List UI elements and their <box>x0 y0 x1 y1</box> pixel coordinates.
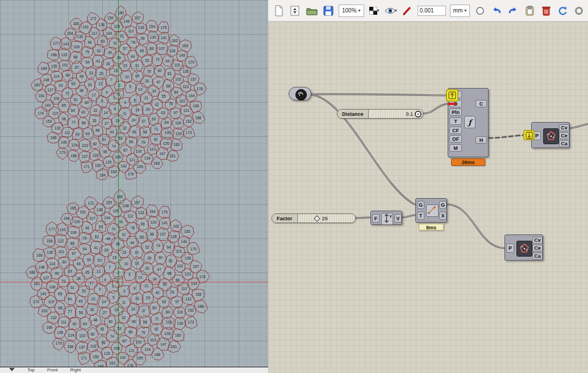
svg-text:14: 14 <box>103 111 108 115</box>
zoom-value: 100% <box>342 7 357 14</box>
tab-right[interactable]: Right <box>70 367 81 372</box>
svg-text:111: 111 <box>65 131 70 135</box>
svg-text:71: 71 <box>155 317 159 321</box>
open-folder-icon[interactable] <box>306 4 318 18</box>
output-c[interactable]: C <box>476 100 487 107</box>
geometry-pipeline-component[interactable] <box>289 87 311 100</box>
display-eye-icon[interactable]: ▾ <box>385 4 397 18</box>
input-g[interactable]: G <box>417 201 424 209</box>
delete-icon[interactable] <box>540 4 552 18</box>
pattern-swatch-icon[interactable]: ▾ <box>368 4 381 18</box>
input-t[interactable]: T <box>449 118 462 125</box>
rhino-viewport[interactable]: 0123456789101112131415161718192021222324… <box>0 0 269 373</box>
zoom-select[interactable]: 100% ▾ <box>339 5 364 17</box>
svg-text:67: 67 <box>75 65 80 69</box>
new-file-icon[interactable] <box>273 4 285 18</box>
svg-text:13: 13 <box>138 275 143 279</box>
output-ce[interactable]: Ce <box>532 245 543 252</box>
factor-slider[interactable]: Factor 29 <box>272 213 356 223</box>
output-v[interactable]: V <box>394 214 402 223</box>
svg-text:113: 113 <box>149 147 156 151</box>
viewport-tabs[interactable]: Top Front Right <box>0 367 286 373</box>
svg-text:28: 28 <box>106 62 110 66</box>
svg-text:2: 2 <box>118 83 120 87</box>
input-f[interactable]: F <box>372 214 380 223</box>
svg-text:44: 44 <box>130 241 135 245</box>
svg-text:132: 132 <box>55 126 61 130</box>
tab-front[interactable]: Front <box>47 367 58 372</box>
svg-text:9: 9 <box>101 99 103 103</box>
ring-icon[interactable] <box>573 4 585 18</box>
tab-top[interactable]: Top <box>27 367 35 372</box>
input-of[interactable]: OF <box>449 135 462 143</box>
svg-text:1: 1 <box>112 284 114 288</box>
input-pln[interactable]: Pln <box>449 108 462 116</box>
input-t[interactable]: T <box>417 212 424 220</box>
svg-text:5: 5 <box>129 85 131 89</box>
tab-marker-icon <box>9 368 15 371</box>
output-ce[interactable]: Ce <box>559 132 569 139</box>
svg-text:110: 110 <box>181 287 187 291</box>
redo-icon[interactable] <box>507 4 519 18</box>
svg-text:138: 138 <box>97 208 103 212</box>
svg-text:30: 30 <box>85 100 89 104</box>
output-ca[interactable]: Ca <box>532 253 543 259</box>
output-cv[interactable]: Cv <box>532 237 543 244</box>
input-p[interactable]: P <box>506 244 514 253</box>
svg-text:126: 126 <box>163 141 169 145</box>
svg-text:147: 147 <box>160 342 166 346</box>
svg-text:0: 0 <box>118 92 120 96</box>
highlight-download-icon[interactable] <box>523 130 535 140</box>
svg-text:22: 22 <box>91 297 95 301</box>
svg-text:8: 8 <box>134 98 136 102</box>
file-updown-icon[interactable] <box>289 4 302 18</box>
highlight-upload-icon[interactable] <box>446 89 458 102</box>
circle-icon[interactable] <box>474 4 486 18</box>
output-h[interactable]: H <box>476 136 487 144</box>
svg-text:4: 4 <box>104 278 106 282</box>
output-ca[interactable]: Ca <box>559 140 569 147</box>
svg-text:52: 52 <box>145 58 149 62</box>
clipboard-icon[interactable] <box>523 4 536 18</box>
svg-text:174: 174 <box>37 111 44 115</box>
svg-text:161: 161 <box>34 282 40 286</box>
svg-text:178: 178 <box>197 87 203 91</box>
svg-text:156: 156 <box>51 53 57 57</box>
wire-factor-to-unit <box>356 217 370 218</box>
save-icon[interactable] <box>322 4 335 18</box>
svg-text:182: 182 <box>29 270 35 274</box>
svg-text:58: 58 <box>143 130 148 134</box>
svg-text:119: 119 <box>48 300 55 304</box>
undo-icon[interactable] <box>490 4 503 18</box>
voronoi-diagram: 0123456789101112131415161718192021222324… <box>0 0 268 373</box>
red-pen-icon[interactable] <box>401 4 414 18</box>
input-cf[interactable]: CF <box>449 127 462 134</box>
svg-text:125: 125 <box>112 209 119 213</box>
cell-component-2[interactable]: P Cv Ce Ca <box>504 234 543 261</box>
output-x[interactable]: X <box>439 212 447 220</box>
distance-slider[interactable]: Distance 0.1 <box>337 109 423 119</box>
svg-text:115: 115 <box>176 249 182 253</box>
svg-text:45: 45 <box>132 320 136 324</box>
svg-text:170: 170 <box>190 247 197 251</box>
slider-track[interactable]: 29 <box>298 214 355 223</box>
svg-text:151: 151 <box>80 210 86 214</box>
svg-text:28: 28 <box>104 248 109 252</box>
svg-text:105: 105 <box>166 320 172 324</box>
output-cv[interactable]: Cv <box>559 124 569 131</box>
move-component[interactable]: G T G X <box>415 198 447 223</box>
svg-text:19: 19 <box>115 119 120 123</box>
slider-track[interactable]: 0.1 <box>369 110 423 118</box>
grasshopper-canvas[interactable]: Distance 0.1 P D Pln T CF OF M C H ƒ <box>268 22 588 373</box>
svg-text:23: 23 <box>122 250 127 254</box>
input-m[interactable]: M <box>449 144 462 152</box>
units-select[interactable]: mm ▾ <box>450 5 470 17</box>
slider-grip[interactable] <box>314 215 320 221</box>
slider-grip[interactable] <box>415 111 422 118</box>
svg-text:186: 186 <box>195 116 202 120</box>
unit-vector-component[interactable]: F Y V <box>370 211 402 225</box>
refresh-icon[interactable] <box>556 4 569 18</box>
output-g[interactable]: G <box>439 201 447 209</box>
tolerance-input[interactable] <box>418 6 446 16</box>
cell-component-1[interactable]: P Cv Ce Ca <box>531 122 570 148</box>
